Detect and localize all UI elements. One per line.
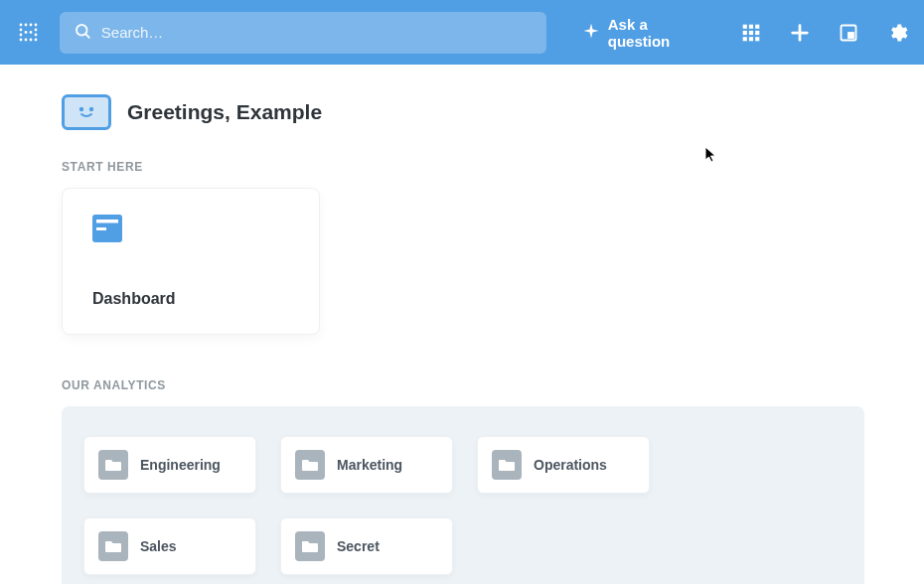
collection-name: Secret bbox=[337, 538, 380, 554]
collection-name: Engineering bbox=[140, 457, 221, 473]
svg-rect-32 bbox=[96, 219, 118, 223]
folder-icon bbox=[295, 450, 325, 480]
top-navbar: Ask a question bbox=[0, 0, 924, 65]
svg-rect-23 bbox=[749, 37, 753, 41]
svg-point-12 bbox=[24, 31, 27, 34]
collection-card[interactable]: Marketing bbox=[280, 436, 453, 494]
greeting-text: Greetings, Example bbox=[127, 100, 322, 124]
svg-point-30 bbox=[90, 108, 92, 110]
svg-point-11 bbox=[34, 38, 37, 41]
folder-icon bbox=[295, 531, 325, 561]
svg-rect-21 bbox=[755, 30, 759, 34]
svg-point-4 bbox=[19, 28, 22, 31]
main-content: Greetings, Example START HERE Dashboard … bbox=[0, 65, 924, 584]
folder-icon bbox=[98, 531, 128, 561]
ask-question-label: Ask a question bbox=[608, 16, 703, 50]
svg-rect-24 bbox=[755, 37, 759, 41]
grid-icon[interactable] bbox=[741, 23, 761, 43]
svg-rect-28 bbox=[848, 33, 853, 38]
svg-line-15 bbox=[85, 34, 89, 38]
folder-icon bbox=[98, 450, 128, 480]
collection-card[interactable]: Operations bbox=[477, 436, 650, 494]
svg-point-2 bbox=[29, 23, 32, 26]
gear-icon[interactable] bbox=[886, 22, 908, 44]
dashboard-card[interactable]: Dashboard bbox=[62, 188, 320, 335]
svg-point-7 bbox=[34, 33, 37, 36]
archive-icon[interactable] bbox=[839, 23, 858, 43]
svg-rect-33 bbox=[96, 227, 106, 230]
dashboard-card-title: Dashboard bbox=[92, 290, 289, 308]
start-here-label: START HERE bbox=[62, 160, 864, 174]
svg-rect-19 bbox=[743, 30, 747, 34]
svg-point-8 bbox=[19, 38, 22, 41]
svg-point-6 bbox=[19, 33, 22, 36]
plus-icon[interactable] bbox=[789, 22, 811, 44]
folder-icon bbox=[492, 450, 522, 480]
svg-rect-18 bbox=[755, 24, 759, 28]
greeting-row: Greetings, Example bbox=[62, 94, 864, 130]
svg-point-10 bbox=[29, 38, 32, 41]
collection-name: Sales bbox=[140, 538, 177, 554]
svg-rect-20 bbox=[749, 30, 753, 34]
svg-point-1 bbox=[24, 23, 27, 26]
our-analytics-label: OUR ANALYTICS bbox=[62, 378, 864, 392]
collection-card[interactable]: Engineering bbox=[83, 436, 256, 494]
svg-point-5 bbox=[34, 28, 37, 31]
collection-card[interactable]: Secret bbox=[280, 517, 453, 575]
dashboard-icon bbox=[92, 215, 122, 242]
svg-point-13 bbox=[29, 31, 32, 34]
search-icon bbox=[74, 22, 91, 44]
search-bar[interactable] bbox=[60, 12, 546, 54]
app-logo[interactable] bbox=[16, 19, 42, 47]
svg-rect-22 bbox=[743, 37, 747, 41]
sparkle-icon bbox=[582, 22, 600, 43]
analytics-panel: EngineeringMarketingOperationsSalesSecre… bbox=[62, 406, 864, 584]
svg-point-0 bbox=[19, 23, 22, 26]
svg-rect-16 bbox=[743, 24, 747, 28]
svg-point-3 bbox=[34, 23, 37, 26]
ask-question-button[interactable]: Ask a question bbox=[582, 16, 703, 50]
svg-point-29 bbox=[80, 108, 82, 110]
svg-rect-17 bbox=[749, 24, 753, 28]
collection-name: Operations bbox=[534, 457, 607, 473]
search-input[interactable] bbox=[101, 24, 533, 41]
collection-card[interactable]: Sales bbox=[83, 517, 256, 575]
svg-point-9 bbox=[24, 38, 27, 41]
collection-name: Marketing bbox=[337, 457, 402, 473]
greeting-face-icon bbox=[62, 94, 111, 130]
nav-icon-group bbox=[741, 22, 908, 44]
